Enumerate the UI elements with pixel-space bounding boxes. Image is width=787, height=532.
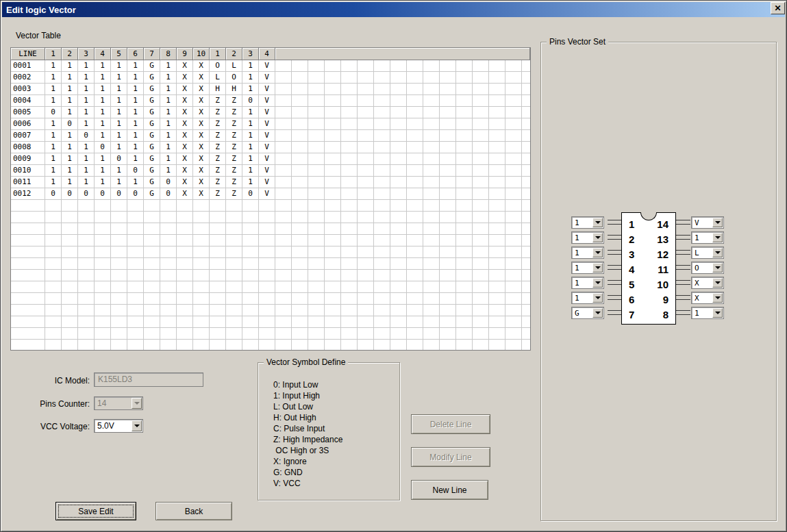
table-row[interactable]: 0010111110G1XXZZ1V (11, 165, 530, 177)
table-row[interactable]: 0001111111G1XXOL1V (11, 60, 530, 72)
vector-cell (308, 72, 325, 84)
chevron-down-icon[interactable] (712, 293, 723, 303)
vector-cell (489, 84, 505, 95)
vector-cell: 0 (62, 118, 78, 130)
vector-cell (226, 328, 242, 340)
vector-cell (374, 316, 390, 328)
vector-cell (341, 84, 358, 95)
vector-cell (374, 60, 390, 72)
pin-3-combo[interactable]: 1 (571, 246, 604, 259)
vector-cell (144, 200, 160, 212)
pin-10-combo[interactable]: X (691, 277, 724, 289)
chevron-down-icon[interactable] (712, 308, 723, 318)
vector-cell (226, 235, 242, 246)
vector-cell (78, 281, 95, 293)
pin-8-combo[interactable]: 1 (691, 307, 724, 319)
pin-11-combo[interactable]: O (691, 262, 724, 274)
vector-cell (292, 281, 308, 293)
chevron-down-icon[interactable] (712, 218, 723, 227)
close-button[interactable]: ✕ (771, 2, 785, 14)
save-edit-button[interactable]: Save Edit (55, 502, 136, 520)
vector-cell: X (177, 72, 193, 84)
table-row[interactable]: 0012000000G0XXZZ0V (11, 188, 530, 200)
combo-value: 1 (575, 263, 591, 273)
chevron-down-icon[interactable] (712, 263, 723, 273)
chip-notch-icon (640, 212, 657, 220)
vector-cell: 1 (95, 130, 111, 142)
vector-cell (62, 328, 78, 340)
table-row[interactable]: 0005011111G1XXZZ1V (11, 107, 530, 118)
chevron-down-icon[interactable] (592, 218, 603, 227)
vector-cell (489, 316, 505, 328)
chevron-down-icon[interactable] (132, 420, 142, 431)
vector-cell (522, 258, 531, 270)
chevron-down-icon[interactable] (712, 233, 723, 242)
table-row[interactable]: 0002111111G1XXLO1V (11, 72, 530, 84)
table-row[interactable]: 0007110111G1XXZZ1V (11, 130, 530, 142)
vector-cell (95, 305, 111, 316)
vector-cell (78, 246, 95, 258)
vector-cell (522, 200, 531, 212)
table-row[interactable]: 0003111111G1XXHH1V (11, 84, 530, 95)
chevron-down-icon[interactable] (592, 263, 603, 273)
pin-12-combo[interactable]: L (691, 246, 724, 259)
chevron-down-icon[interactable] (592, 233, 603, 242)
vector-cell (522, 153, 531, 165)
vector-cell (374, 107, 390, 118)
back-button[interactable]: Back (155, 502, 232, 520)
chip-pin-number: 7 (629, 307, 634, 322)
table-row[interactable]: 0011111111G0XXZZ1V (11, 177, 530, 188)
vector-cell (275, 107, 292, 118)
pin-9-combo[interactable]: X (691, 292, 724, 304)
vector-cell (292, 235, 308, 246)
table-row[interactable]: 0004111111G1XXZZ0V (11, 95, 530, 107)
vector-cell: X (193, 95, 210, 107)
new-line-button[interactable]: New Line (411, 480, 488, 500)
vector-cell: 1 (78, 60, 95, 72)
chevron-down-icon[interactable] (712, 278, 723, 288)
line-number-cell: 0004 (11, 95, 45, 107)
vector-cell (292, 246, 308, 258)
vector-cell: 1 (45, 95, 62, 107)
arrow-down-glyph (595, 266, 601, 272)
vector-cell (505, 246, 522, 258)
table-row[interactable]: 0006101111G1XXZZ1V (11, 118, 530, 130)
vector-cell (522, 84, 531, 95)
pins-counter-value: 14 (97, 398, 130, 409)
chevron-down-icon[interactable] (592, 308, 603, 318)
vector-cell: X (193, 84, 210, 95)
chevron-down-icon[interactable] (592, 278, 603, 288)
pin-6-combo[interactable]: 1 (571, 292, 604, 304)
vector-cell (489, 107, 505, 118)
vector-cell (308, 316, 325, 328)
vector-cell (390, 223, 407, 235)
table-row[interactable]: 0009111101G1XXZZ1V (11, 153, 530, 165)
pin-7-combo[interactable]: G (571, 307, 604, 319)
vector-cell: H (226, 84, 242, 95)
pin-2-combo[interactable]: 1 (571, 231, 604, 244)
vector-cell (242, 223, 259, 235)
pin-14-combo[interactable]: V (691, 216, 724, 229)
vcc-voltage-combo[interactable]: 5.0V (94, 419, 143, 433)
vector-cell (374, 328, 390, 340)
pin-5-combo[interactable]: 1 (571, 277, 604, 289)
vector-cell (505, 223, 522, 235)
chevron-down-icon[interactable] (712, 248, 723, 257)
vector-cell: X (193, 142, 210, 153)
vector-cell (456, 328, 473, 340)
vector-cell (423, 200, 440, 212)
table-row[interactable]: 0008111011G1XXZZ1V (11, 142, 530, 153)
vector-cell (522, 246, 531, 258)
vector-cell (325, 212, 341, 223)
line-number-cell (11, 270, 45, 281)
vector-cell (275, 188, 292, 200)
chevron-down-icon[interactable] (592, 248, 603, 257)
title-bar[interactable]: Edit logic Vector (2, 2, 785, 17)
vector-cell (259, 270, 275, 281)
chevron-down-icon[interactable] (592, 293, 603, 303)
vector-cell (292, 165, 308, 177)
pin-13-combo[interactable]: 1 (691, 231, 724, 244)
pin-1-combo[interactable]: 1 (571, 216, 604, 229)
pin-4-combo[interactable]: 1 (571, 262, 604, 274)
vector-cell (489, 177, 505, 188)
